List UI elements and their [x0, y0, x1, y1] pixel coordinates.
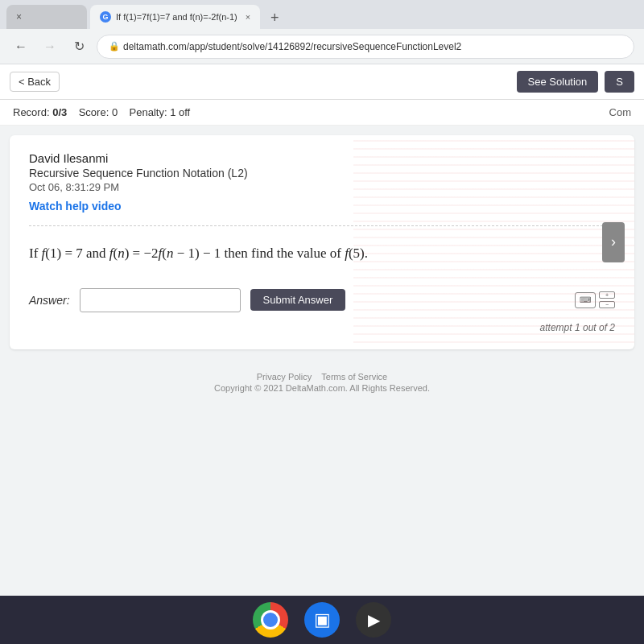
address-bar: ← → ↻ 🔒 deltamath.com/app/student/solve/…: [0, 29, 644, 64]
partial-button[interactable]: S: [605, 71, 634, 93]
terms-of-service-link[interactable]: Terms of Service: [321, 372, 387, 382]
address-input[interactable]: 🔒 deltamath.com/app/student/solve/141268…: [97, 35, 634, 59]
back-button[interactable]: < Back: [10, 72, 60, 92]
tab-x[interactable]: ×: [6, 5, 87, 29]
score-bar: Record: 0/3 Score: 0 Penalty: 1 off Com: [0, 100, 644, 126]
page-toolbar: < Back See Solution S: [0, 64, 644, 100]
reload-button[interactable]: ↻: [68, 35, 90, 58]
topic-name: Recursive Sequence Function Notation (L2…: [29, 167, 615, 180]
address-text: deltamath.com/app/student/solve/14126892…: [123, 41, 461, 52]
problem-card: › David Ilesanmi Recursive Sequence Func…: [10, 135, 634, 349]
watch-video-link[interactable]: Watch help video: [29, 200, 615, 213]
copyright-text: Copyright © 2021 DeltaMath.com. All Righ…: [13, 383, 631, 393]
answer-section: Answer: Submit Answer ⌨ + −: [29, 288, 615, 312]
answer-label: Answer:: [29, 294, 70, 307]
footer: Privacy Policy Terms of Service Copyrigh…: [0, 359, 644, 406]
chrome-taskbar-icon[interactable]: [253, 602, 288, 638]
new-tab-button[interactable]: +: [263, 6, 286, 29]
record-label: Record:: [13, 106, 50, 118]
next-arrow[interactable]: ›: [602, 222, 625, 262]
play-taskbar-icon[interactable]: ▶: [356, 602, 391, 638]
see-solution-button[interactable]: See Solution: [517, 71, 599, 93]
comp-text: Com: [609, 106, 631, 118]
score-info: Record: 0/3 Score: 0 Penalty: 1 off: [13, 106, 190, 118]
keyboard-icon[interactable]: ⌨: [575, 292, 596, 308]
problem-text: If f(1) = 7 and f(n) = −2f(n − 1) − 1 th…: [29, 242, 615, 266]
browser-window: × G If f(1)=7f(1)=7 and f(n)=-2f(n-1) × …: [0, 0, 644, 644]
forward-nav-button[interactable]: →: [39, 35, 61, 58]
toolbar-right: See Solution S: [517, 71, 634, 93]
keyboard-area: ⌨ + −: [575, 291, 615, 308]
penalty-text: Penalty: 1 off: [130, 106, 191, 118]
taskbar: ▣ ▶: [0, 596, 644, 644]
record-value: 0/3: [52, 106, 67, 118]
date-time: Oct 06, 8:31:29 PM: [29, 181, 615, 193]
divider: [29, 225, 615, 226]
page-content: < Back See Solution S Record: 0/3 Score:…: [0, 64, 644, 596]
submit-answer-button[interactable]: Submit Answer: [250, 289, 346, 311]
score-value: 0: [112, 106, 118, 118]
back-nav-button[interactable]: ←: [10, 35, 32, 58]
tab-main[interactable]: G If f(1)=7f(1)=7 and f(n)=-2f(n-1) ×: [90, 5, 260, 29]
privacy-policy-link[interactable]: Privacy Policy: [257, 372, 312, 382]
attempt-text: attempt 1 out of 2: [29, 322, 615, 333]
student-name: David Ilesanmi: [29, 151, 615, 165]
answer-input[interactable]: [80, 288, 241, 312]
tab-close-btn[interactable]: ×: [246, 12, 250, 22]
tab-title: If f(1)=7f(1)=7 and f(n)=-2f(n-1): [116, 12, 237, 22]
tab-favicon: G: [100, 11, 111, 23]
tab-x-close[interactable]: ×: [16, 11, 22, 23]
score-label: Score:: [79, 106, 109, 118]
files-taskbar-icon[interactable]: ▣: [304, 602, 340, 638]
tab-bar: × G If f(1)=7f(1)=7 and f(n)=-2f(n-1) × …: [0, 0, 644, 29]
lock-icon: 🔒: [109, 41, 120, 52]
